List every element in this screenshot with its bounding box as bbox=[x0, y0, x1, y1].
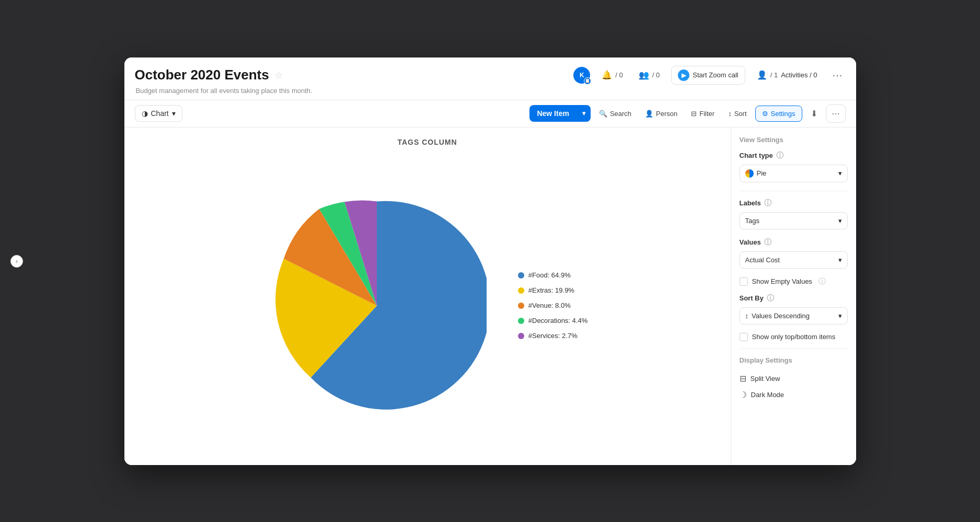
extras-label: #Extras: 19.9% bbox=[528, 286, 574, 294]
values-info-icon: ⓘ bbox=[764, 238, 771, 247]
sort-by-select[interactable]: ↕ Values Descending ▾ bbox=[740, 307, 848, 324]
show-empty-row: Show Empty Values ⓘ bbox=[740, 277, 848, 286]
zoom-button[interactable]: ▶ Start Zoom call bbox=[671, 66, 745, 85]
reactions-chip[interactable]: 🔔 / 0 bbox=[597, 68, 627, 82]
avatar-badge: 📋 bbox=[584, 77, 591, 85]
sort-icon: ↕ bbox=[728, 110, 732, 118]
more-options-button[interactable]: ⋯ bbox=[829, 67, 846, 84]
search-icon: 🔍 bbox=[599, 110, 607, 118]
legend-item-decorations: #Decorations: 4.4% bbox=[518, 317, 587, 324]
guests-chip[interactable]: 👥 / 0 bbox=[635, 68, 664, 82]
venue-label: #Venue: 8.0% bbox=[528, 301, 571, 309]
split-view-icon: ⊟ bbox=[740, 374, 746, 384]
chart-legend: #Food: 64.9% #Extras: 19.9% #Venue: 8.0%… bbox=[518, 271, 587, 340]
values-label: Values ⓘ bbox=[740, 238, 848, 247]
show-empty-info-icon: ⓘ bbox=[818, 277, 826, 286]
subtitle: Budget management for all events taking … bbox=[136, 87, 846, 95]
extras-dot bbox=[518, 287, 524, 294]
sort-chevron-icon: ▾ bbox=[838, 312, 842, 320]
chart-title: TAGS COLUMN bbox=[397, 138, 457, 146]
new-item-button[interactable]: New Item ▾ bbox=[529, 105, 590, 122]
decorations-dot bbox=[518, 318, 524, 324]
guests-icon: 👥 bbox=[639, 70, 649, 80]
filter-button[interactable]: ⊟ Filter bbox=[686, 106, 720, 121]
view-settings-title: View Settings bbox=[740, 136, 848, 144]
dark-mode-icon: ☽ bbox=[740, 390, 747, 400]
dark-mode-option[interactable]: ☽ Dark Mode bbox=[740, 387, 848, 403]
filter-icon: ⊟ bbox=[691, 110, 697, 118]
labels-group: Labels ⓘ Tags ▾ bbox=[740, 199, 848, 229]
zoom-icon: ▶ bbox=[678, 69, 689, 81]
avatar: K 📋 bbox=[573, 67, 590, 84]
labels-select[interactable]: Tags ▾ bbox=[740, 212, 848, 229]
chart-area: TAGS COLUMN bbox=[124, 127, 731, 465]
chart-type-info-icon: ⓘ bbox=[776, 151, 783, 160]
legend-item-services: #Services: 2.7% bbox=[518, 332, 587, 340]
venue-dot bbox=[518, 303, 524, 309]
star-icon[interactable]: ☆ bbox=[274, 69, 283, 81]
pie-mini-icon bbox=[745, 169, 754, 178]
activities-label: Activities / 0 bbox=[781, 71, 817, 79]
chart-wrapper: #Food: 64.9% #Extras: 19.9% #Venue: 8.0%… bbox=[135, 157, 720, 455]
chart-type-label: Chart type ⓘ bbox=[740, 151, 848, 160]
show-empty-label: Show Empty Values bbox=[752, 277, 812, 285]
divider-2 bbox=[740, 349, 848, 349]
values-group: Values ⓘ Actual Cost ▾ bbox=[740, 238, 848, 269]
settings-panel: View Settings Chart type ⓘ Pie ▾ bbox=[731, 127, 856, 465]
display-settings-title: Display Settings bbox=[740, 356, 848, 364]
show-top-bottom-label: Show only top/bottom items bbox=[752, 333, 836, 341]
split-view-option[interactable]: ⊟ Split View bbox=[740, 370, 848, 387]
person-icon: 👤 bbox=[645, 110, 653, 118]
services-label: #Services: 2.7% bbox=[528, 332, 578, 340]
new-item-arrow-icon[interactable]: ▾ bbox=[577, 106, 591, 121]
food-dot bbox=[518, 272, 524, 279]
page-title: October 2020 Events bbox=[135, 67, 269, 83]
title-actions: K 📋 🔔 / 0 👥 / 0 ▶ Start Zoom call bbox=[573, 66, 845, 85]
food-label: #Food: 64.9% bbox=[528, 271, 571, 279]
sort-by-info-icon: ⓘ bbox=[767, 294, 774, 303]
sort-icon: ↕ bbox=[745, 312, 749, 320]
reaction-icon: 🔔 bbox=[602, 70, 612, 80]
avatar-group: K 📋 bbox=[573, 67, 590, 84]
activities-icon: 👤 bbox=[757, 70, 767, 80]
title-bar: › October 2020 Events ☆ K 📋 🔔 / 0 bbox=[124, 57, 856, 100]
more-toolbar-button[interactable]: ⋯ bbox=[826, 105, 846, 123]
chevron-down-icon: ▾ bbox=[172, 109, 176, 118]
divider-1 bbox=[740, 191, 848, 191]
show-top-bottom-row: Show only top/bottom items bbox=[740, 333, 848, 341]
show-empty-checkbox[interactable] bbox=[740, 277, 748, 286]
search-button[interactable]: 🔍 Search bbox=[594, 106, 637, 121]
values-select[interactable]: Actual Cost ▾ bbox=[740, 251, 848, 269]
decorations-label: #Decorations: 4.4% bbox=[528, 317, 587, 324]
values-chevron-icon: ▾ bbox=[838, 256, 842, 264]
show-top-bottom-checkbox[interactable] bbox=[740, 333, 748, 341]
chart-icon: ◑ bbox=[142, 109, 148, 118]
activities-chip[interactable]: 👤 / 1 Activities / 0 bbox=[753, 68, 822, 82]
sort-button[interactable]: ↕ Sort bbox=[723, 106, 752, 121]
legend-item-extras: #Extras: 19.9% bbox=[518, 286, 587, 294]
select-chevron-icon: ▾ bbox=[838, 169, 842, 177]
main-content: TAGS COLUMN bbox=[124, 127, 856, 465]
person-button[interactable]: 👤 Person bbox=[640, 106, 683, 121]
services-dot bbox=[518, 333, 524, 339]
sort-by-label: Sort By ⓘ bbox=[740, 294, 848, 303]
app-window: › October 2020 Events ☆ K 📋 🔔 / 0 bbox=[124, 57, 856, 465]
toolbar: ◑ Chart ▾ New Item ▾ 🔍 Search 👤 Person ⊟… bbox=[124, 100, 856, 127]
chart-type-group: Chart type ⓘ Pie ▾ bbox=[740, 151, 848, 182]
chart-view-button[interactable]: ◑ Chart ▾ bbox=[135, 105, 182, 122]
labels-chevron-icon: ▾ bbox=[838, 217, 842, 225]
sort-by-group: Sort By ⓘ ↕ Values Descending ▾ bbox=[740, 294, 848, 324]
chart-type-select[interactable]: Pie ▾ bbox=[740, 165, 848, 182]
legend-item-venue: #Venue: 8.0% bbox=[518, 301, 587, 309]
pie-chart bbox=[267, 196, 487, 415]
labels-info-icon: ⓘ bbox=[764, 199, 771, 208]
legend-item-food: #Food: 64.9% bbox=[518, 271, 587, 279]
settings-icon: ⚙ bbox=[762, 110, 768, 118]
download-button[interactable]: ⬇ bbox=[805, 105, 823, 122]
settings-button[interactable]: ⚙ Settings bbox=[755, 106, 802, 122]
labels-label: Labels ⓘ bbox=[740, 199, 848, 208]
